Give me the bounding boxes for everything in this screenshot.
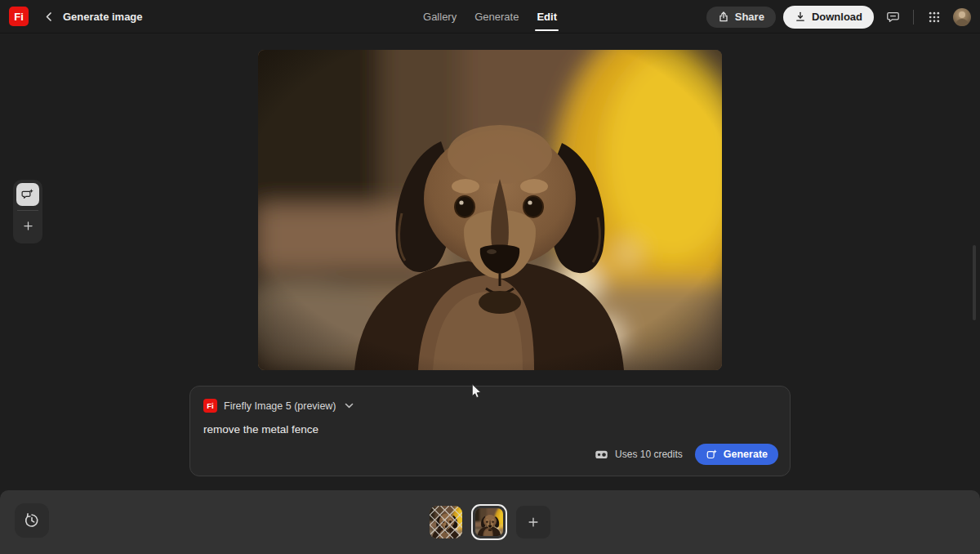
model-name: Firefly Image 5 (preview)	[224, 400, 336, 412]
share-icon	[718, 11, 729, 23]
top-bar-actions: Share Download	[706, 0, 971, 34]
back-button[interactable]	[41, 8, 57, 25]
add-image-button[interactable]	[516, 506, 550, 538]
credits-label: Uses 10 credits	[615, 449, 683, 460]
version-thumbnails	[430, 490, 550, 554]
tab-edit[interactable]: Edit	[537, 0, 557, 34]
generate-button[interactable]: Generate	[695, 444, 778, 465]
page-title: Generate image	[63, 11, 143, 23]
thumbnail-edited-selected[interactable]	[471, 504, 507, 540]
history-icon	[24, 512, 40, 529]
prompt-panel-actions: Uses 10 credits Generate	[595, 444, 778, 465]
plus-icon	[527, 516, 540, 529]
tab-generate[interactable]: Generate	[474, 0, 519, 34]
comment-bubble-icon	[886, 11, 900, 24]
chevron-down-icon	[345, 403, 354, 409]
tab-gallery[interactable]: Gallery	[423, 0, 457, 34]
thumbnail-edited-image	[475, 508, 503, 536]
bottom-bar	[0, 490, 980, 554]
credits-info: Uses 10 credits	[595, 449, 683, 460]
top-bar: Fi Generate image Gallery Generate Edit …	[0, 0, 980, 34]
comments-button[interactable]	[881, 6, 904, 29]
history-button[interactable]	[15, 503, 49, 538]
generate-sparkle-icon	[706, 449, 718, 461]
firefly-app-window: Fi Generate image Gallery Generate Edit …	[0, 0, 980, 554]
apps-grid-button[interactable]	[923, 6, 946, 29]
prompt-input[interactable]: remove the metal fence	[203, 423, 318, 436]
prompt-bar-icon	[21, 188, 34, 201]
credits-icon	[595, 449, 608, 460]
toolbar-divider	[17, 210, 38, 211]
thumbnail-original-with-fence[interactable]	[430, 506, 462, 538]
firefly-logo[interactable]: Fi	[9, 7, 29, 26]
download-icon	[795, 11, 806, 23]
prompt-bar-tool-button[interactable]	[16, 183, 39, 206]
download-label: Download	[812, 11, 862, 23]
plus-icon	[22, 220, 34, 232]
share-label: Share	[735, 11, 764, 23]
topbar-divider	[913, 10, 914, 25]
download-button[interactable]: Download	[783, 6, 874, 29]
firefly-model-badge: Fi	[203, 399, 217, 413]
view-tabs: Gallery Generate Edit	[423, 0, 557, 34]
generate-label: Generate	[724, 449, 768, 460]
share-button[interactable]: Share	[706, 7, 776, 28]
grid-icon	[928, 11, 941, 24]
add-tool-button[interactable]	[16, 214, 39, 237]
user-avatar[interactable]	[953, 8, 971, 26]
left-toolbar	[13, 180, 42, 243]
edited-puppy-image[interactable]	[258, 50, 722, 370]
vertical-scrollbar[interactable]	[973, 245, 976, 320]
model-selector[interactable]: Fi Firefly Image 5 (preview)	[203, 399, 354, 413]
prompt-panel: Fi Firefly Image 5 (preview) remove the …	[189, 386, 791, 476]
chevron-left-icon	[44, 11, 54, 22]
